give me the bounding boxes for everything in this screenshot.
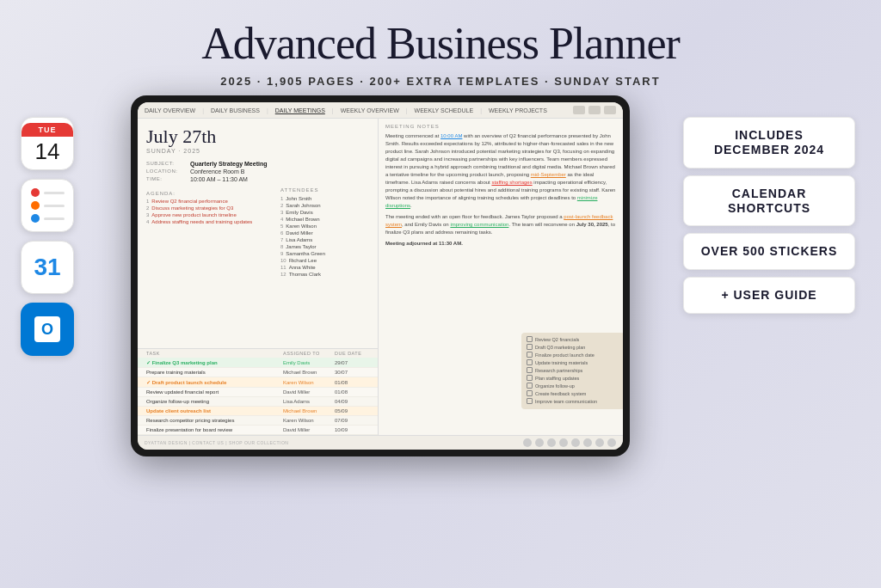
reminder-dot-3	[31, 214, 65, 223]
disruptions-highlight: minimize disruptions	[385, 195, 597, 208]
attendee-12: 12 Thomas Clark	[280, 271, 356, 278]
bottom-toolbar-icons	[523, 438, 616, 447]
task-row-2: Prepare training materials Michael Brown…	[138, 368, 378, 377]
location-value: Conference Room B	[190, 168, 244, 175]
calendar-day-label: TUE	[22, 123, 73, 137]
reminders-app-icon[interactable]	[21, 179, 74, 232]
attendees-header: ATTENDEES	[280, 187, 356, 193]
attendee-5: 5 Karen Wilson	[280, 223, 356, 230]
check-item-8: Create feedback system	[527, 390, 619, 396]
red-dot-icon	[31, 188, 40, 197]
tasks-table: TASK ASSIGNED TO DUE DATE ✓ Finalize Q3 …	[138, 348, 378, 435]
bottom-icon-2[interactable]	[535, 438, 544, 447]
calendar-app-icon[interactable]: TUE 14	[21, 117, 74, 170]
bottom-icon-8[interactable]	[607, 438, 616, 447]
bottom-icon-6[interactable]	[583, 438, 592, 447]
outlook-letter: O	[41, 321, 53, 339]
staffing-highlight: staffing shortages	[491, 180, 532, 185]
time-label: TIME:	[146, 176, 185, 182]
meeting-notes-panel: MEETING NOTES Meeting commenced at 10:00…	[379, 119, 623, 435]
page-subtitle: 2025 · 1,905 PAGES · 200+ EXTRA TEMPLATE…	[0, 75, 881, 88]
location-row: LOCATION: Conference Room B	[146, 168, 369, 175]
main-content: TUE 14 31	[0, 88, 881, 456]
ipad-main-content: July 27th SUNDAY · 2025 SUBJECT: Quarter…	[138, 119, 623, 435]
date-bold: July 30, 2025	[576, 222, 608, 227]
task-row-5: Organize follow-up meeting Lisa Adams 04…	[138, 397, 378, 407]
bottom-icon-7[interactable]	[595, 438, 604, 447]
attendee-10: 10 Richard Lee	[280, 257, 356, 264]
ipad-device: DAILY OVERVIEW | DAILY BUSINESS | DAILY …	[131, 95, 630, 456]
agenda-section: AGENDA: 1 Review Q2 financial performanc…	[138, 187, 275, 348]
subject-value: Quarterly Strategy Meeting	[190, 161, 267, 167]
meeting-info: SUBJECT: Quarterly Strategy Meeting LOCA…	[138, 157, 378, 187]
left-panel: July 27th SUNDAY · 2025 SUBJECT: Quarter…	[138, 119, 379, 435]
ipad-bottom-bar: DYATTAN DESIGN | CONTACT US | SHOP OUR C…	[138, 435, 623, 450]
ipad-nav-bar: DAILY OVERVIEW | DAILY BUSINESS | DAILY …	[138, 102, 623, 119]
tasks-header: TASK ASSIGNED TO DUE DATE	[138, 349, 378, 358]
reminder-dot-2	[31, 201, 65, 210]
adjournment-text: Meeting adjourned at 11:30 AM.	[385, 241, 463, 246]
app-icons-column: TUE 14 31	[17, 117, 77, 356]
bottom-icon-1[interactable]	[523, 438, 532, 447]
nav-icon-1[interactable]	[573, 106, 585, 114]
agenda-item-4: 4 Address staffing needs and training up…	[146, 219, 267, 224]
attendee-1: 1 John Smith	[280, 195, 356, 202]
outlook-inner-icon: O	[34, 316, 60, 342]
col-assigned: ASSIGNED TO	[283, 351, 335, 356]
attendee-4: 4 Michael Brown	[280, 216, 356, 223]
col-due: DUE DATE	[335, 351, 369, 356]
page-title: Advanced Business Planner	[0, 19, 881, 68]
col-task: TASK	[146, 351, 283, 356]
agenda-item-1: 1 Review Q2 financial performance	[146, 199, 267, 204]
location-label: LOCATION:	[146, 168, 185, 175]
date-highlight: mid-September	[531, 172, 566, 177]
check-item-2: Draft Q3 marketing plan	[527, 344, 619, 350]
bottom-icon-5[interactable]	[571, 438, 580, 447]
feature-calendar-text: CALENDAR SHORTCUTS	[698, 187, 841, 216]
check-item-5: Research partnerships	[527, 367, 619, 373]
nav-weekly-schedule[interactable]: WEEKLY SCHEDULE	[415, 107, 474, 113]
comm-highlight: improving communication	[450, 222, 508, 227]
nav-weekly-overview[interactable]: WEEKLY OVERVIEW	[341, 107, 399, 113]
task-row-3: ✓ Draft product launch schedule Karen Wi…	[138, 377, 378, 388]
nav-daily-meetings[interactable]: DAILY MEETINGS	[275, 107, 325, 113]
nav-icon-3[interactable]	[604, 106, 616, 114]
nav-daily-overview[interactable]: DAILY OVERVIEW	[145, 107, 195, 113]
outlook-app-icon[interactable]: O	[21, 303, 74, 356]
check-item-9: Improve team communication	[527, 398, 619, 404]
dot-line-3	[44, 217, 65, 220]
checklist-overlay: Review Q2 financials Draft Q3 marketing …	[521, 333, 623, 409]
calendar-date-number: 14	[35, 137, 60, 164]
nav-weekly-projects[interactable]: WEEKLY PROJECTS	[489, 107, 547, 113]
orange-dot-icon	[31, 201, 40, 210]
check-item-3: Finalize product launch date	[527, 352, 619, 358]
feature-guide-text: + USER GUIDE	[698, 288, 841, 303]
nav-daily-business[interactable]: DAILY BUSINESS	[211, 107, 260, 113]
date-header: July 27th SUNDAY · 2025	[138, 119, 378, 157]
time-value: 10:00 AM – 11:30 AM	[190, 176, 248, 182]
task-row-1: ✓ Finalize Q3 marketing plan Emily Davis…	[138, 358, 378, 368]
reminder-dots-container	[31, 188, 65, 223]
bottom-icon-3[interactable]	[547, 438, 556, 447]
bottom-icon-4[interactable]	[559, 438, 568, 447]
blue-dot-icon	[31, 214, 40, 223]
dot-line-2	[44, 205, 65, 207]
check-item-4: Update training materials	[527, 359, 619, 365]
attendee-3: 3 Emily Davis	[280, 209, 356, 216]
ipad-screen: DAILY OVERVIEW | DAILY BUSINESS | DAILY …	[138, 102, 623, 450]
attendees-section: ATTENDEES 1 John Smith 2 Sarah Johnson 3…	[275, 187, 361, 348]
gcal-label: 31	[34, 254, 60, 281]
features-column: INCLUDES DECEMBER 2024 CALENDAR SHORTCUT…	[683, 117, 855, 314]
attendee-9: 9 Samantha Green	[280, 250, 356, 257]
time-row: TIME: 10:00 AM – 11:30 AM	[146, 176, 369, 182]
reminder-dot-1	[31, 188, 65, 197]
nav-icon-2[interactable]	[588, 106, 601, 114]
check-item-1: Review Q2 financials	[527, 336, 619, 342]
attendee-7: 7 Lisa Adams	[280, 236, 356, 243]
meeting-date: July 27th	[146, 126, 369, 148]
agenda-item-2: 2 Discuss marketing strategies for Q3	[146, 205, 267, 211]
attendee-2: 2 Sarah Johnson	[280, 202, 356, 209]
gcal-app-icon[interactable]: 31	[21, 241, 74, 294]
feature-box-calendar: CALENDAR SHORTCUTS	[683, 175, 855, 227]
dot-line-1	[44, 192, 65, 194]
